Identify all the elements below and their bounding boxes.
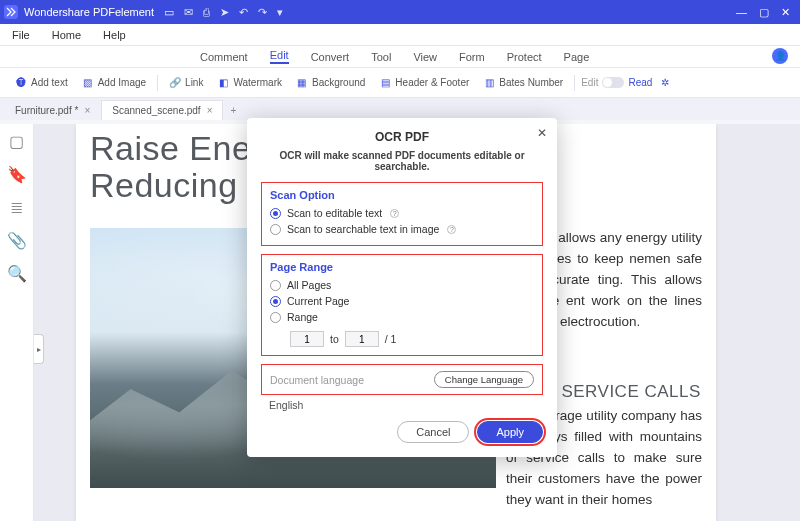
link-icon: 🔗	[169, 77, 181, 89]
settings-icon[interactable]: ✲	[656, 75, 674, 90]
expand-handle-icon[interactable]: ▸	[34, 334, 44, 364]
help-icon[interactable]: ?	[447, 225, 456, 234]
bates-icon: ▥	[483, 77, 495, 89]
range-total: / 1	[385, 333, 397, 345]
tab-convert[interactable]: Convert	[311, 51, 350, 63]
tab-page[interactable]: Page	[564, 51, 590, 63]
titlebar: Wondershare PDFelement ▭ ✉ ⎙ ➤ ↶ ↷ ▾ — ▢…	[0, 0, 800, 24]
cancel-button[interactable]: Cancel	[397, 421, 469, 443]
ocr-dialog: ✕ OCR PDF OCR will make scanned PDF docu…	[247, 118, 557, 457]
watermark-icon: ◧	[217, 77, 229, 89]
open-icon[interactable]: ▭	[164, 6, 174, 19]
tab-close-icon[interactable]: ×	[84, 105, 90, 116]
doc-tab-scanned[interactable]: Scanned_scene.pdf ×	[101, 100, 223, 120]
tab-tool[interactable]: Tool	[371, 51, 391, 63]
radio-icon	[270, 224, 281, 235]
mode-read-label: Read	[628, 77, 652, 88]
tab-form[interactable]: Form	[459, 51, 485, 63]
header-footer-icon: ▤	[379, 77, 391, 89]
tool-add-image[interactable]: ▧Add Image	[77, 75, 151, 91]
page-range-group: Page Range All Pages Current Page Range …	[261, 254, 543, 356]
language-group: Document language Change Language	[261, 364, 543, 395]
attachments-icon[interactable]: 📎	[7, 231, 27, 250]
tab-comment[interactable]: Comment	[200, 51, 248, 63]
edit-read-toggle[interactable]	[602, 77, 624, 88]
background-icon: ▦	[296, 77, 308, 89]
app-logo	[4, 5, 18, 19]
redo-icon[interactable]: ↷	[258, 6, 267, 19]
separator	[574, 75, 575, 91]
tab-protect[interactable]: Protect	[507, 51, 542, 63]
tool-link[interactable]: 🔗Link	[164, 75, 208, 91]
print-icon[interactable]: ⎙	[203, 6, 210, 19]
radio-icon	[270, 280, 281, 291]
document-tabs: Furniture.pdf * × Scanned_scene.pdf × +	[0, 98, 800, 120]
radio-current-page[interactable]: Current Page	[270, 293, 534, 309]
tool-header-footer[interactable]: ▤Header & Footer	[374, 75, 474, 91]
thumbnails-icon[interactable]: ▢	[9, 132, 24, 151]
text-icon: 🅣	[15, 77, 27, 89]
app-title: Wondershare PDFelement	[24, 6, 154, 18]
minimize-icon[interactable]: —	[736, 6, 747, 19]
tool-background[interactable]: ▦Background	[291, 75, 370, 91]
menu-file[interactable]: File	[12, 29, 30, 41]
help-icon[interactable]: ?	[390, 209, 399, 218]
tab-edit[interactable]: Edit	[270, 49, 289, 64]
image-icon: ▧	[82, 77, 94, 89]
layers-icon[interactable]: ≣	[10, 198, 23, 217]
mode-edit-label: Edit	[581, 77, 598, 88]
tool-watermark[interactable]: ◧Watermark	[212, 75, 287, 91]
dialog-title: OCR PDF	[261, 130, 543, 144]
left-rail: ▢ 🔖 ≣ 📎 🔍	[0, 124, 34, 521]
bookmarks-icon[interactable]: 🔖	[7, 165, 27, 184]
undo-icon[interactable]: ↶	[239, 6, 248, 19]
menu-home[interactable]: Home	[52, 29, 81, 41]
tool-add-text[interactable]: 🅣Add text	[10, 75, 73, 91]
user-avatar-icon[interactable]: 👤	[772, 48, 788, 64]
range-from-input[interactable]	[290, 331, 324, 347]
language-value: English	[261, 399, 543, 411]
change-language-button[interactable]: Change Language	[434, 371, 534, 388]
toolbar: 🅣Add text ▧Add Image 🔗Link ◧Watermark ▦B…	[0, 68, 800, 98]
share-icon[interactable]: ➤	[220, 6, 229, 19]
close-icon[interactable]: ✕	[781, 6, 790, 19]
radio-icon	[270, 208, 281, 219]
titlebar-quick-icons: ▭ ✉ ⎙ ➤ ↶ ↷ ▾	[164, 6, 283, 19]
mail-icon[interactable]: ✉	[184, 6, 193, 19]
scan-option-group: Scan Option Scan to editable text ? Scan…	[261, 182, 543, 246]
dialog-close-icon[interactable]: ✕	[537, 126, 547, 140]
range-to-input[interactable]	[345, 331, 379, 347]
scan-option-title: Scan Option	[270, 189, 534, 201]
doc-tab-furniture[interactable]: Furniture.pdf * ×	[4, 100, 101, 120]
apply-button[interactable]: Apply	[477, 421, 543, 443]
range-inputs: to / 1	[290, 331, 534, 347]
page-range-title: Page Range	[270, 261, 534, 273]
tool-bates[interactable]: ▥Bates Number	[478, 75, 568, 91]
radio-range[interactable]: Range	[270, 309, 534, 325]
radio-icon	[270, 296, 281, 307]
dropdown-icon[interactable]: ▾	[277, 6, 283, 19]
ribbon-tabs: Comment Edit Convert Tool View Form Prot…	[0, 46, 800, 68]
radio-scan-searchable[interactable]: Scan to searchable text in image ?	[270, 221, 534, 237]
maximize-icon[interactable]: ▢	[759, 6, 769, 19]
radio-all-pages[interactable]: All Pages	[270, 277, 534, 293]
separator	[157, 75, 158, 91]
add-tab-button[interactable]: +	[223, 100, 243, 120]
radio-icon	[270, 312, 281, 323]
window-controls: — ▢ ✕	[736, 6, 796, 19]
search-icon[interactable]: 🔍	[7, 264, 27, 283]
tab-view[interactable]: View	[413, 51, 437, 63]
menubar: File Home Help	[0, 24, 800, 46]
dialog-actions: Cancel Apply	[261, 421, 543, 443]
menu-help[interactable]: Help	[103, 29, 126, 41]
dialog-subtitle: OCR will make scanned PDF documents edit…	[261, 150, 543, 172]
radio-scan-editable[interactable]: Scan to editable text ?	[270, 205, 534, 221]
tab-close-icon[interactable]: ×	[207, 105, 213, 116]
language-label: Document language	[270, 374, 364, 386]
